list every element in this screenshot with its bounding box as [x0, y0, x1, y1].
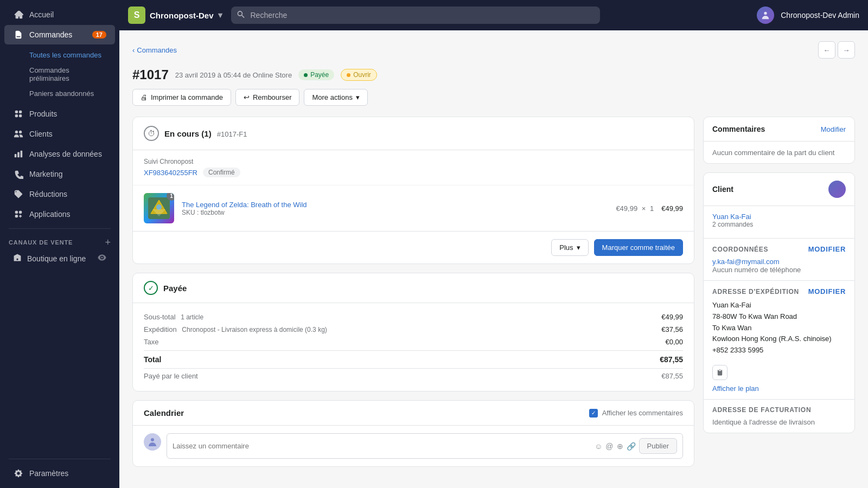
sidebar-item-commandes[interactable]: Commandes 17 [4, 25, 115, 44]
total-row: Total €87,55 [144, 350, 683, 366]
fulfill-title-text: En cours (1) [164, 129, 212, 138]
comments-card: Commentaires Modifier Aucun commentaire … [703, 117, 855, 164]
more-label: More actions [312, 93, 352, 101]
badge-open[interactable]: Ouvrir [341, 69, 377, 81]
main-column: ⏱ En cours (1) #1017-F1 Suivi Chronopost [132, 117, 694, 467]
show-comments-label: Afficher les commentaires [602, 409, 683, 417]
canaux-add-button[interactable]: + [105, 237, 111, 247]
search-icon [237, 10, 245, 21]
boutique-icon [13, 253, 22, 264]
sidebar-sub-item-toutes[interactable]: Toutes les commandes [4, 48, 115, 62]
mark-treated-button[interactable]: Marquer comme traitée [594, 239, 683, 256]
analytics-icon [13, 149, 24, 159]
plus-button[interactable]: Plus ▾ [551, 239, 588, 256]
tracking-link[interactable]: XF983640255FR [144, 169, 197, 177]
sidebar-item-clients[interactable]: Clients [4, 124, 115, 144]
sidebar-item-analyses[interactable]: Analyses de données [4, 144, 115, 164]
more-chevron-icon: ▾ [356, 93, 360, 101]
product-info: The Legend of Zelda: Breath of the Wild … [182, 201, 608, 216]
refund-button[interactable]: ↩ Rembourser [235, 89, 300, 106]
back-link[interactable]: ‹ Commandes [132, 46, 177, 54]
sidebar-item-accueil[interactable]: Accueil [4, 5, 115, 24]
admin-avatar [757, 7, 774, 24]
comment-input-area: ☺ @ ⊕ 🔗 Publier [133, 426, 694, 466]
sidebar-item-applications-label: Applications [29, 210, 71, 219]
fulfillment-title: En cours (1) #1017-F1 [164, 129, 247, 138]
client-name[interactable]: Yuan Ka-Fai [712, 213, 753, 221]
brand: S Chronopost-Dev ▾ [128, 7, 222, 24]
fulfillment-header: ⏱ En cours (1) #1017-F1 [133, 117, 694, 150]
admin-label: Chronopost-Dev Admin [781, 11, 859, 20]
client-info-row: Yuan Ka-Fai 2 commandes [712, 213, 846, 228]
sidebar-canaux-section: CANAUX DE VENTE + [0, 233, 119, 249]
sidebar-item-marketing[interactable]: Marketing [4, 164, 115, 184]
fulfillment-card: ⏱ En cours (1) #1017-F1 Suivi Chronopost [132, 117, 694, 264]
prev-order-button[interactable]: ← [818, 41, 835, 59]
tracking-section: Suivi Chronopost XF983640255FR Confirmé [133, 150, 694, 185]
top-bar: S Chronopost-Dev ▾ Chronopost-Dev Admin [119, 0, 868, 30]
product-row: 1 The Legend of Zelda: Breath of the Wil… [133, 185, 694, 231]
coords-title-text: COORDONNÉES [712, 246, 768, 253]
calendar-card: Calendrier ✓ Afficher les commentaires [132, 400, 694, 467]
sidebar-item-analyses-label: Analyses de données [29, 150, 102, 158]
clients-icon [13, 129, 24, 139]
at-icon[interactable]: @ [605, 442, 613, 451]
shipping-label-group: Expédition Chronopost - Livraison expres… [144, 325, 327, 333]
calendar-title: Calendrier [144, 408, 184, 418]
plus-action-icon[interactable]: ⊕ [617, 442, 623, 451]
more-actions-button[interactable]: More actions ▾ [304, 89, 367, 106]
boutique-en-ligne-item[interactable]: Boutique en ligne [4, 250, 115, 267]
publish-button[interactable]: Publier [639, 438, 677, 454]
comment-input[interactable] [173, 442, 591, 450]
sidebar-item-clients-label: Clients [29, 130, 53, 138]
product-name[interactable]: The Legend of Zelda: Breath of the Wild [182, 201, 608, 209]
total-value: €87,55 [660, 355, 683, 364]
show-comments-row[interactable]: ✓ Afficher les commentaires [589, 409, 683, 418]
brand-logo: S [128, 7, 145, 24]
product-total-price: €49,99 [661, 204, 683, 213]
sidebar-item-applications[interactable]: Applications [4, 204, 115, 224]
search-input[interactable] [231, 7, 600, 24]
two-col-layout: ⏱ En cours (1) #1017-F1 Suivi Chronopost [132, 117, 855, 467]
print-button[interactable]: 🖨 Imprimer la commande [132, 89, 231, 106]
eye-icon[interactable] [98, 253, 106, 264]
printer-icon: 🖨 [141, 93, 148, 101]
billing-title-text: ADRESSE DE FACTURATION [712, 406, 811, 414]
copy-address-button[interactable] [712, 365, 727, 380]
back-chevron-icon: ‹ [132, 46, 135, 54]
shipping-edit-button[interactable]: Modifier [808, 287, 846, 296]
svg-point-1 [156, 204, 162, 210]
sidebar-item-reductions[interactable]: Réductions [4, 184, 115, 204]
tracking-label: Suivi Chronopost [144, 158, 683, 165]
client-header: Client [704, 173, 854, 206]
sidebar-sub-item-paniers[interactable]: Paniers abandonnés [4, 86, 115, 101]
badge-paid: Payée [298, 69, 334, 80]
payment-title: Payée [163, 284, 187, 293]
comments-edit-button[interactable]: Modifier [821, 125, 846, 133]
phone-text: Aucun numéro de téléphone [712, 266, 846, 274]
product-image: 1 [144, 193, 174, 223]
emoji-icon[interactable]: ☺ [595, 442, 602, 451]
order-meta: 23 avril 2019 à 05:44 de Online Store [175, 71, 292, 79]
email-link[interactable]: y.ka-fai@mymail.com [712, 258, 846, 266]
back-label: Commandes [137, 46, 177, 54]
product-sku: SKU : tlozbotw [182, 209, 608, 216]
map-link[interactable]: Afficher le plan [712, 384, 759, 393]
attach-icon[interactable]: 🔗 [627, 442, 636, 451]
coords-edit-button[interactable]: Modifier [808, 245, 846, 253]
sidebar-sub-item-prelim[interactable]: Commandes préliminaires [4, 63, 115, 86]
page-content: ‹ Commandes ← → #1017 23 avril 2019 à 05… [119, 30, 868, 488]
parametres-label: Paramètres [29, 469, 68, 478]
comments-checkbox[interactable]: ✓ [589, 409, 598, 418]
coords-header: COORDONNÉES Modifier [712, 245, 846, 253]
comment-input-wrap: ☺ @ ⊕ 🔗 Publier [167, 433, 683, 459]
canaux-label: CANAUX DE VENTE [9, 239, 73, 246]
sidebar-item-marketing-label: Marketing [29, 170, 62, 178]
sidebar-item-produits[interactable]: Produits [4, 104, 115, 124]
shipping-phone: +852 2333 5995 [712, 345, 846, 356]
sidebar-item-parametres[interactable]: Paramètres [4, 464, 115, 483]
paid-row: Payé par le client €87,55 [144, 368, 683, 383]
brand-chevron: ▾ [218, 10, 222, 20]
next-order-button[interactable]: → [838, 41, 855, 59]
order-breadcrumb-row: ‹ Commandes ← → [132, 41, 855, 59]
